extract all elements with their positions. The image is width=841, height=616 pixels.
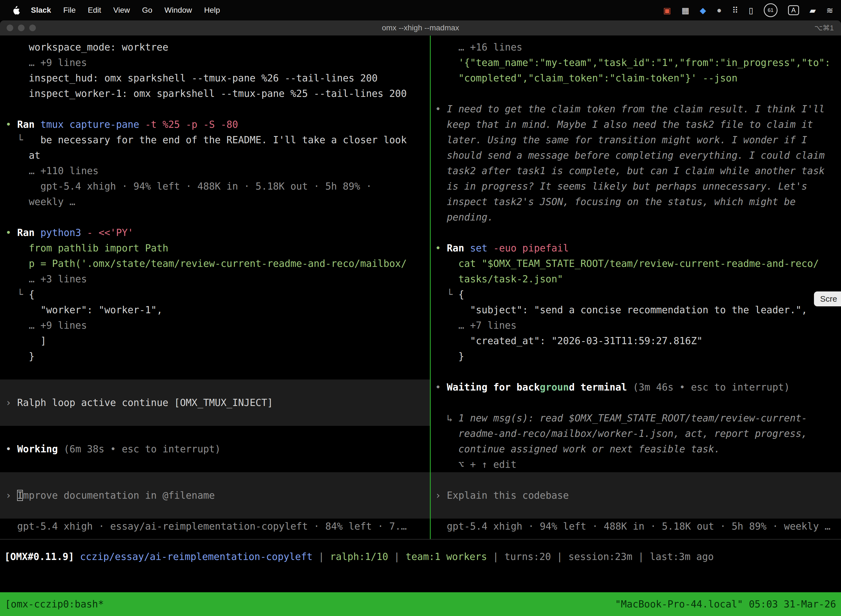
text-segment: set [470, 243, 493, 254]
screen-share-button[interactable]: Scre [814, 292, 841, 307]
text-segment: mprove documentation in @filename [23, 490, 215, 501]
screen-recording-indicator-icon[interactable]: ▣ [663, 6, 671, 15]
minimize-button[interactable] [18, 25, 25, 31]
terminal-line: ] [6, 333, 430, 349]
text-segment: pending. [435, 212, 493, 223]
text-segment: I [17, 490, 23, 501]
text-segment: 1 new msg(s): read $OMX_TEAM_STATE_ROOT/… [458, 413, 807, 424]
text-segment: (6m 38s • esc to interrupt) [64, 443, 221, 455]
composer-input[interactable]: › Improve documentation in @filename [0, 472, 430, 519]
key-icon[interactable]: ▯ [749, 6, 753, 15]
text-segment: gpt-5.4 xhigh · essay/ai-reimplementatio… [6, 521, 407, 532]
wifi-icon[interactable]: ≋ [826, 6, 833, 15]
terminal-line: from pathlib import Path [6, 241, 430, 256]
terminal-line: at [6, 148, 430, 163]
input-source-icon[interactable]: A [788, 5, 799, 15]
text-segment: ] [6, 335, 46, 346]
text-segment: - <<'PY' [87, 227, 133, 238]
text-segment: keep that in mind. Maybe I also need the… [435, 119, 813, 130]
terminal-line: } [6, 349, 430, 364]
terminal-line [435, 225, 841, 241]
spark-blue-icon[interactable]: ◆ [700, 6, 706, 15]
text-segment: • [435, 243, 447, 254]
terminal-line: … +7 lines [435, 318, 841, 333]
text-segment: › [6, 490, 17, 501]
prompt-suggestion[interactable]: › Explain this codebase [431, 472, 841, 519]
terminal-line: continue assigned work or next feasible … [435, 441, 841, 457]
status-icons: ▣▦◆●⠿▯61A▰≋ [663, 3, 833, 17]
terminal-line: ↳ 1 new msg(s): read $OMX_TEAM_STATE_ROO… [435, 411, 841, 426]
text-segment: … +9 lines [6, 57, 87, 68]
text-segment: • [6, 443, 17, 455]
battery-icon[interactable]: ▰ [810, 6, 816, 15]
terminal-line: inspect task2's JSON, focusing on the st… [435, 194, 841, 210]
terminal-line: • I need to get the claim token from the… [435, 101, 841, 117]
menu-view[interactable]: View [107, 6, 136, 15]
menu-window[interactable]: Window [158, 6, 198, 15]
terminal-line [435, 395, 841, 411]
text-segment: is in progress? It seems likely but perh… [435, 181, 807, 192]
terminal-line: … +9 lines [6, 318, 430, 333]
terminal-line: '{"team_name":"my-team","task_id":"1","f… [435, 55, 841, 70]
terminal-line: "completed","claim_token":"claim-token"}… [435, 70, 841, 86]
terminal-line: └ { [6, 287, 430, 302]
terminal-line: p = Path('.omx/state/team/review-current… [6, 256, 430, 271]
right-pane[interactable]: … +16 lines '{"team_name":"my-team","tas… [431, 35, 841, 539]
terminal-line: inspect_worker-1: omx sparkshell --tmux-… [6, 86, 430, 101]
menu-edit[interactable]: Edit [82, 6, 107, 15]
omx-status-line: [OMX#0.11.9] cczip/essay/ai-reimplementa… [0, 540, 841, 565]
text-segment: └ [6, 134, 40, 145]
terminal-line [6, 210, 430, 225]
menu-file[interactable]: File [57, 6, 82, 15]
text-segment: later. Using the same for transition mig… [435, 134, 807, 145]
text-segment: tmux capture-pane [40, 119, 145, 130]
terminal-line: ⌥ + ↑ edit [435, 457, 841, 472]
text-segment: last:3m ago [650, 551, 714, 562]
text-segment: continue assigned work or next feasible … [435, 443, 720, 455]
menu-list: FileEditViewGoWindowHelp [57, 6, 226, 15]
window-grid-icon[interactable]: ▦ [681, 6, 689, 15]
terminal-line: inspect_hud: omx sparkshell --tmux-pane … [6, 70, 430, 86]
text-segment: "created_at": "2026-03-31T11:59:27.816Z" [435, 335, 702, 346]
text-segment: Ran [17, 119, 40, 130]
ghost-app-icon[interactable]: ● [716, 6, 722, 15]
left-pane[interactable]: workspace_mode: worktree … +9 lines insp… [0, 35, 430, 539]
text-segment: … +110 lines [6, 165, 98, 176]
terminal-line: tasks/task-2.json" [435, 271, 841, 287]
active-app-name[interactable]: Slack [25, 6, 57, 15]
text-segment: -euo pipefail [493, 243, 569, 254]
battery-percent-icon[interactable]: 61 [764, 3, 778, 17]
text-segment: | [632, 551, 650, 562]
text-segment: from pathlib import Path [6, 243, 168, 254]
text-segment: └ [435, 289, 458, 300]
text-segment: gpt-5.4 xhigh · 94% left · 488K in · 5.1… [6, 181, 372, 192]
text-segment: d terminal [569, 382, 633, 393]
menu-help[interactable]: Help [198, 6, 226, 15]
text-segment: | [388, 551, 406, 562]
window-title: omx --xhigh --madmax [0, 23, 841, 32]
text-segment: • [6, 119, 17, 130]
close-button[interactable] [7, 25, 13, 31]
terminal-line: • Waiting for background terminal (3m 46… [435, 380, 841, 395]
terminal-line: is in progress? It seems likely but perh… [435, 179, 841, 194]
menu-go[interactable]: Go [136, 6, 158, 15]
text-segment: Ralph loop active continue [OMX_TMUX_INJ… [17, 397, 273, 408]
zoom-button[interactable] [29, 25, 36, 31]
window-shortcut-hint: ⌥⌘1 [815, 24, 841, 32]
text-segment: be necessary for the end of the README. … [40, 134, 407, 145]
text-segment: "worker": "worker-1", [6, 304, 163, 315]
text-segment: Ran [447, 243, 470, 254]
text-segment: ↳ [435, 413, 458, 424]
macos-menubar: Slack FileEditViewGoWindowHelp ▣▦◆●⠿▯61A… [0, 0, 841, 21]
text-segment: -t %25 -p -S -80 [145, 119, 238, 130]
dots-grid-icon[interactable]: ⠿ [732, 6, 738, 15]
terminal-line: pending. [435, 210, 841, 225]
terminal-line: should send a message before completing … [435, 148, 841, 163]
terminal-line: readme-and-reco/mailbox/worker-1.json, a… [435, 426, 841, 441]
terminal-line: • Ran python3 - <<'PY' [6, 225, 430, 241]
text-segment: Explain this codebase [447, 490, 569, 501]
terminal-line [435, 86, 841, 101]
apple-menu-icon[interactable] [8, 6, 25, 15]
tmux-session-name: [omx-cczip0:bash* [5, 598, 104, 610]
terminal-line: … +3 lines [6, 271, 430, 287]
